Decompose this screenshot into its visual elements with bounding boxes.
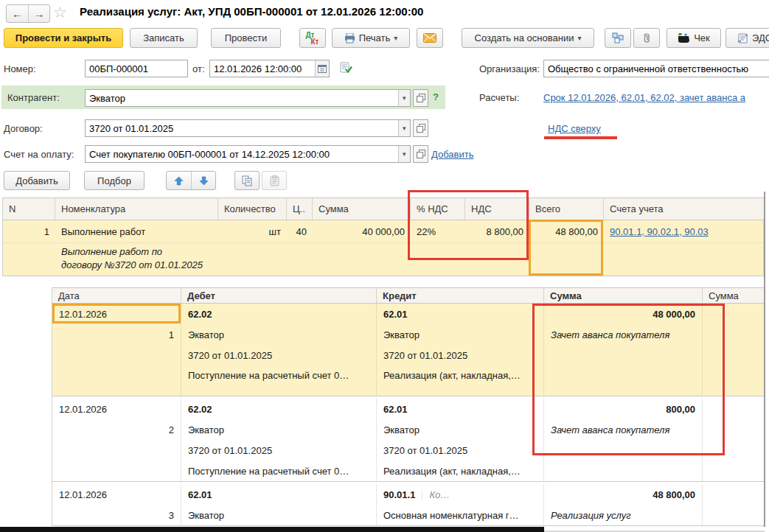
posting-sum-note[interactable]: Зачет аванса покупателя [544,324,703,345]
counterparty-dropdown-button[interactable]: ▾ [398,90,410,106]
postings-header: Дата Дебет Кредит Сумма Сумма [52,287,764,304]
posting-credit-account[interactable]: 62.01 [377,309,414,320]
contract-input[interactable] [86,120,398,136]
contract-open-button[interactable] [413,119,428,137]
item-name[interactable]: Выполнение работ [55,220,218,242]
invoice-input[interactable] [86,146,398,162]
posting-credit-analytics[interactable]: Экватор [377,324,544,345]
edo-button[interactable]: ЭДО [725,28,769,48]
contract-field[interactable]: ▾ [85,119,411,137]
posting-credit-analytics[interactable]: Реализация (акт, накладная,… [377,365,544,396]
posting-debit-account[interactable]: 62.02 [181,404,219,415]
posting-credit-analytics[interactable]: Экватор [377,419,544,440]
item-unit[interactable]: шт [218,220,287,242]
receipt-button[interactable]: Чек [667,28,721,48]
vat-mode-link[interactable]: НДС сверху [548,123,601,134]
settlements-link[interactable]: Срок 12.01.2026, 62.01, 62.02, зачет ава… [543,92,745,103]
posting-number: 3 [52,505,181,525]
posting-debit-analytics[interactable]: 3720 от 01.01.2025 [181,345,377,365]
annotation-vat-underline [544,136,617,139]
date-field[interactable] [209,60,330,77]
posting-credit-account[interactable]: 90.01.1 [377,489,422,500]
send-email-button[interactable] [417,28,443,48]
posting-debit-analytics[interactable]: Экватор [181,505,377,525]
number-field[interactable] [85,60,188,77]
chevron-down-icon: ▾ [403,94,406,102]
copy-rows-button[interactable] [234,171,260,190]
help-button[interactable]: ? [433,91,439,102]
post-and-close-button[interactable]: Провести и закрыть [4,28,123,48]
posting-credit-analytics[interactable]: Основная номенклатурная г… [377,505,544,525]
item-price[interactable]: 40 [287,220,313,242]
posting-date[interactable]: 12.01.2026 [52,399,181,419]
attachments-button[interactable] [633,28,660,48]
posting-debit-analytics[interactable]: Экватор [181,324,377,345]
posting-date[interactable]: 12.01.2026 [52,484,181,505]
posting-debit-account[interactable]: 62.02 [181,309,219,320]
open-form-icon [417,150,425,158]
back-button[interactable]: ← [7,5,28,22]
item-description-row[interactable]: Выполнение работ подоговору №3720 от 01.… [3,242,764,276]
posting-sum-note[interactable]: Реализация услуг [544,505,703,525]
posting-debit-account[interactable]: 62.01 [181,489,219,500]
organization-input[interactable] [544,60,769,77]
counterparty-field[interactable]: ▾ [85,89,411,107]
col-sum: Сумма [313,198,411,220]
show-postings-button[interactable]: ДтКт [299,28,326,48]
posting-credit-analytics[interactable]: 3720 от 01.01.2025 [377,440,544,461]
posting-credit-account[interactable]: 62.01 [377,404,414,415]
posting-sum-note[interactable]: Зачет аванса покупателя [544,419,703,440]
post-button[interactable]: Провести [211,28,281,48]
forward-button[interactable]: → [28,5,49,22]
posting-debit-analytics[interactable]: 3720 от 01.01.2025 [181,440,377,461]
item-sum[interactable]: 40 000,00 [313,220,411,242]
item-vat[interactable]: 8 800,00 [465,220,529,242]
item-n[interactable]: 1 [3,220,55,242]
create-based-on-button[interactable]: Создать на основании ▾ [462,28,594,48]
paste-rows-button[interactable] [262,171,287,190]
counterparty-input[interactable] [86,90,398,106]
posting-debit-analytics[interactable]: Поступление на расчетный счет 0… [181,461,377,481]
posting-debit-analytics[interactable]: Поступление на расчетный счет 0… [181,365,377,396]
favorite-star-icon[interactable]: ☆ [53,4,67,21]
posting-row-1[interactable]: 12.01.2026 62.02 62.01 48 000,00 1 Экват… [52,304,764,396]
move-down-button[interactable] [191,172,215,189]
posting-date[interactable]: 12.01.2026 [52,304,181,324]
print-button[interactable]: Печать ▾ [332,28,410,48]
cash-register-icon [678,33,690,43]
add-row-button[interactable]: Добавить [4,171,70,190]
item-description[interactable]: Выполнение работ подоговору №3720 от 01.… [55,242,218,276]
add-row-label: Добавить [15,175,58,186]
posting-sum[interactable]: 800,00 [544,399,703,419]
posting-credit-analytics[interactable]: 3720 от 01.01.2025 [377,345,544,365]
item-accounts-link[interactable]: 90.01.1, 90.02.1, 90.03 [610,226,709,237]
organization-field[interactable] [543,60,769,77]
contract-dropdown-button[interactable]: ▾ [398,120,410,136]
printer-icon [344,33,355,43]
set-time-button[interactable] [340,62,352,74]
invoice-dropdown-button[interactable]: ▾ [398,146,410,162]
related-documents-button[interactable] [605,28,631,48]
item-total[interactable]: 48 800,00 [529,220,604,242]
posting-row-2[interactable]: 12.01.2026 62.02 62.01 800,00 2 Экватор … [52,399,764,482]
posting-credit-analytics[interactable]: Реализация (акт, накладная,… [377,461,544,481]
col-date: Дата [52,288,181,303]
item-vat-rate[interactable]: 22% [411,220,465,242]
debit-credit-icon: ДтКт [305,32,319,45]
invoice-open-button[interactable] [413,145,428,163]
save-button[interactable]: Записать [130,28,198,48]
item-row[interactable]: 1 Выполнение работ шт 40 40 000,00 22% 8… [3,220,764,242]
counterparty-open-button[interactable] [413,89,428,107]
posting-sum[interactable]: 48 000,00 [544,304,703,324]
calendar-button[interactable] [315,60,329,77]
posting-row-3[interactable]: 12.01.2026 62.01 90.01.1Ко… 48 800,00 3 … [52,484,764,526]
pick-items-button[interactable]: Подбор [84,171,145,190]
move-up-button[interactable] [167,172,191,189]
posting-debit-analytics[interactable]: Экватор [181,419,377,440]
number-input[interactable] [86,60,187,77]
add-invoice-link[interactable]: Добавить [431,149,473,160]
col-sum: Сумма [544,288,703,303]
posting-sum[interactable]: 48 800,00 [544,484,703,505]
date-input[interactable] [210,60,315,77]
invoice-field[interactable]: ▾ [85,145,411,163]
